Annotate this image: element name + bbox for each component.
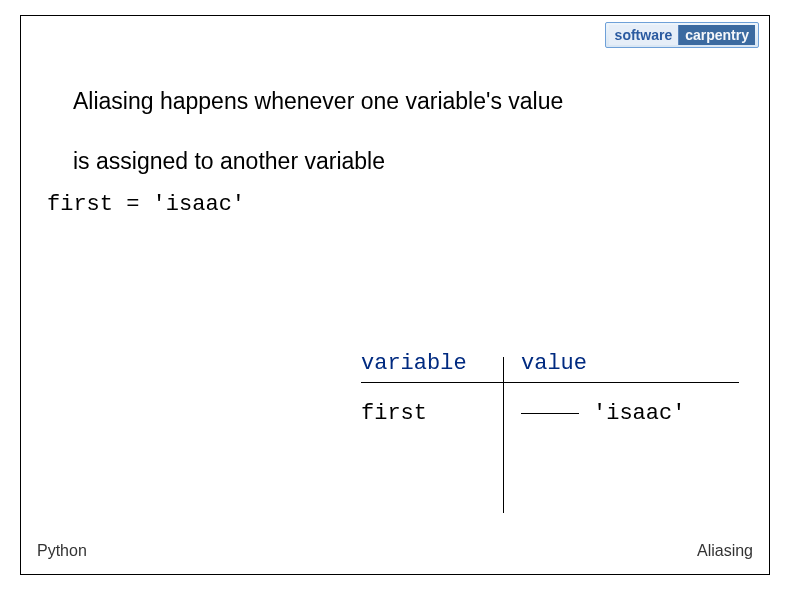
body-line-2: is assigned to another variable: [73, 146, 739, 178]
table-row-value: 'isaac': [593, 401, 685, 426]
code-snippet: first = 'isaac': [47, 192, 245, 217]
table-row-arrow: [521, 401, 591, 426]
body-paragraph: Aliasing happens whenever one variable's…: [73, 86, 739, 177]
slide-frame: software carpentry Aliasing happens when…: [20, 15, 770, 575]
footer-left-label: Python: [37, 542, 87, 560]
table-row: first 'isaac': [361, 401, 739, 426]
table-row-name: first: [361, 401, 521, 426]
logo-left-text: software: [609, 25, 680, 45]
table-header-row: variable value: [361, 351, 739, 376]
footer-right-label: Aliasing: [697, 542, 753, 560]
body-line-1: Aliasing happens whenever one variable's…: [73, 86, 739, 118]
logo-right-text: carpentry: [679, 25, 755, 45]
table-vertical-rule: [503, 357, 504, 513]
table-header-rule: [361, 382, 739, 383]
arrow-line-icon: [521, 413, 579, 414]
table-header-value: value: [521, 351, 681, 376]
table-header-variable: variable: [361, 351, 521, 376]
variable-table: variable value first 'isaac': [361, 351, 739, 426]
logo-badge: software carpentry: [605, 22, 759, 48]
